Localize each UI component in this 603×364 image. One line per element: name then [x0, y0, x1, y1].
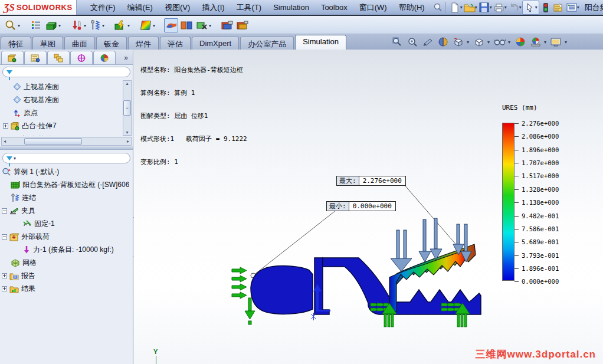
external-loads-caret[interactable]: ▾ [84, 23, 86, 28]
display-pane-icon[interactable] [565, 1, 578, 14]
tab-features[interactable]: 特征 [1, 37, 31, 50]
view-settings-icon[interactable] [550, 36, 562, 48]
menu-tools[interactable]: 工具(T) [231, 1, 267, 15]
plot-tools-icon[interactable] [195, 18, 209, 32]
manager-tabs-overflow[interactable]: » [124, 54, 132, 64]
view-orientation-caret[interactable]: ▾ [467, 40, 469, 45]
tab-surfaces[interactable]: 曲面 [64, 37, 95, 50]
tab-weldments[interactable]: 焊件 [128, 37, 159, 50]
scroll-left-icon[interactable]: ◂ [2, 139, 8, 144]
external-loads-advisor-icon[interactable] [70, 18, 84, 32]
fixtures-advisor-icon[interactable] [88, 18, 102, 32]
expand-icon[interactable] [3, 123, 8, 129]
view-orientation-icon[interactable] [453, 36, 464, 48]
zoom-fit-icon[interactable] [391, 36, 403, 48]
apply-material-caret[interactable]: ▾ [58, 23, 61, 28]
menu-simulation[interactable]: Simulation [268, 1, 314, 14]
feature-tree-vertical-scrollbar[interactable]: ▴ ≡ ▾ [123, 80, 132, 136]
configuration-manager-tab[interactable] [47, 51, 70, 64]
study-fixed-row[interactable]: 固定-1 [0, 217, 133, 230]
save-icon[interactable] [478, 1, 491, 14]
feature-tree-horizontal-scrollbar[interactable]: ◂ ▸ [1, 137, 132, 146]
display-style-caret[interactable]: ▾ [487, 40, 490, 45]
menu-window[interactable]: 窗口(W) [354, 1, 392, 15]
tab-dimxpert[interactable]: DimXpert [192, 37, 239, 50]
dimxpert-manager-tab[interactable] [70, 51, 93, 64]
model-left-member[interactable] [251, 266, 313, 314]
tree-item-top-plane[interactable]: 上视基准面 [0, 80, 133, 93]
study-part-row[interactable]: 阳台集热器-背板短边框 (-[SW]606 [0, 178, 133, 191]
file-properties-icon[interactable] [552, 1, 565, 14]
apply-material-icon[interactable] [44, 18, 58, 32]
display-style-icon[interactable] [473, 36, 485, 48]
expand-icon[interactable] [2, 273, 7, 278]
zoom-icon[interactable] [4, 18, 18, 32]
study-report-row[interactable]: 报告 [0, 269, 133, 282]
collapse-icon[interactable] [2, 208, 7, 214]
study-advisor-icon[interactable] [29, 18, 43, 32]
scroll-up-icon[interactable]: ▴ [126, 81, 128, 86]
tab-office-products[interactable]: 办公室产品 [240, 37, 294, 50]
study-tree-filter[interactable]: ▾ [2, 153, 130, 163]
zoom-area-icon[interactable] [407, 36, 418, 48]
tab-evaluate[interactable]: 评估 [160, 37, 191, 50]
hide-show-items-icon[interactable] [494, 36, 506, 48]
tab-sketch[interactable]: 草图 [32, 37, 63, 50]
edit-appearance-icon[interactable] [514, 36, 526, 48]
study-fixtures-row[interactable]: 夹具 [0, 204, 133, 217]
study-force-row[interactable]: 力-1 (按条目: -10000 kgf:) [0, 243, 133, 256]
new-document-icon[interactable] [448, 1, 461, 14]
apply-scene-caret[interactable]: ▾ [544, 40, 546, 45]
tree-item-origin[interactable]: 原点 [0, 106, 133, 119]
graphics-viewport[interactable]: 模型名称: 阳台集热器-背板短边框 算例名称: 算例 1 图解类型: 屈曲 位移… [134, 50, 603, 364]
menu-toolbox[interactable]: Toolbox [316, 1, 353, 14]
open-icon[interactable] [463, 1, 476, 14]
view-settings-caret[interactable]: ▾ [565, 40, 567, 45]
previous-view-icon[interactable] [422, 36, 434, 48]
menu-edit[interactable]: 编辑(E) [122, 1, 158, 15]
feature-tree-filter[interactable] [2, 67, 130, 77]
study-connections-row[interactable]: 连结 [0, 191, 133, 204]
zoom-caret[interactable]: ▾ [18, 23, 20, 28]
compare-results-icon[interactable] [179, 18, 194, 32]
results-advisor-icon[interactable] [139, 18, 153, 32]
display-manager-tab[interactable] [93, 51, 116, 64]
plot-tools-caret[interactable]: ▾ [209, 23, 211, 28]
run-study-icon[interactable] [113, 18, 127, 32]
tab-sheet-metal[interactable]: 钣金 [96, 37, 127, 50]
study-results-row[interactable]: 结果 [0, 282, 133, 295]
search-icon[interactable] [432, 2, 443, 13]
collapse-icon[interactable] [2, 234, 7, 240]
menu-view[interactable]: 视图(V) [159, 1, 195, 15]
scrollbar-thumb[interactable] [24, 138, 82, 145]
scroll-down-icon[interactable]: ▾ [126, 130, 128, 135]
scrollbar-thumb[interactable]: ≡ [123, 100, 131, 116]
section-view-icon[interactable] [437, 36, 449, 48]
scroll-right-icon[interactable]: ▸ [125, 139, 131, 144]
performance-lights-icon[interactable] [539, 1, 552, 14]
menu-file[interactable]: 文件(F) [85, 1, 121, 15]
iso-clipping-icon[interactable] [235, 18, 250, 32]
filter-caret[interactable]: ▾ [14, 156, 16, 161]
min-callout[interactable]: 最小: 0.000e+000 [326, 201, 396, 211]
menu-help[interactable]: 帮助(H) [394, 1, 430, 15]
tree-item-right-plane[interactable]: 右视基准面 [0, 93, 133, 106]
panel-splitter[interactable] [0, 146, 133, 150]
tab-simulation[interactable]: Simulation [295, 35, 346, 50]
print-icon[interactable] [493, 1, 506, 14]
max-callout[interactable]: 最大: 2.276e+000 [336, 176, 406, 186]
property-manager-tab[interactable] [24, 51, 47, 64]
run-study-caret[interactable]: ▾ [127, 23, 130, 28]
select-tool-group[interactable]: ▾ [522, 1, 539, 15]
menu-insert[interactable]: 插入(I) [196, 1, 230, 15]
study-external-loads-row[interactable]: 外部载荷 [0, 230, 133, 243]
study-root[interactable]: 算例 1 (-默认-) [0, 165, 133, 178]
fixtures-caret[interactable]: ▾ [102, 23, 104, 28]
select-cursor-icon[interactable] [523, 1, 536, 14]
hide-show-items-caret[interactable]: ▾ [508, 40, 510, 45]
plot-results-icon[interactable] [164, 18, 178, 32]
feature-manager-tab[interactable] [1, 51, 24, 64]
tree-item-cut-extrude5[interactable]: 切除-拉伸5 [0, 132, 133, 136]
section-clipping-icon[interactable] [220, 18, 234, 32]
study-mesh-row[interactable]: 网格 [0, 256, 133, 269]
